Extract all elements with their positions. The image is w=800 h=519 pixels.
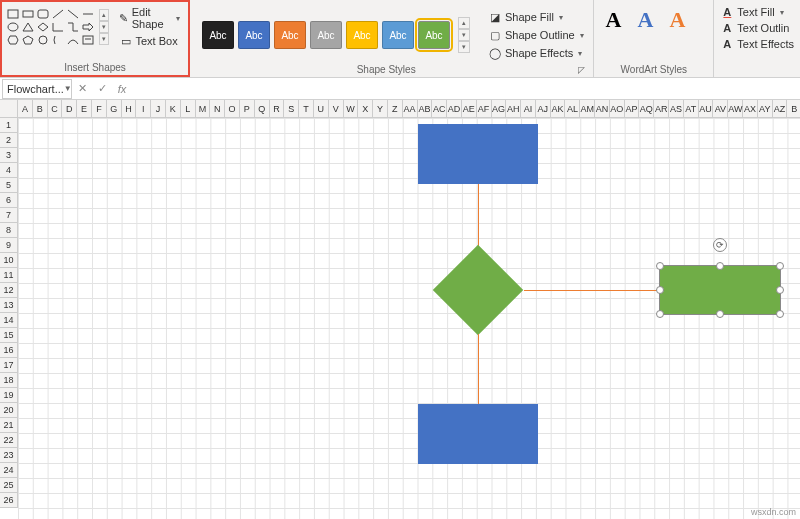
flowchart-decision[interactable] [433,245,524,336]
shape-fill-button[interactable]: ◪Shape Fill [484,8,588,26]
gallery-up-icon[interactable]: ▴ [99,9,109,21]
col-header[interactable]: G [107,100,122,118]
row-header[interactable]: 18 [0,373,18,388]
col-header[interactable]: AW [728,100,743,118]
row-header[interactable]: 22 [0,433,18,448]
col-header[interactable]: C [48,100,63,118]
col-header[interactable]: AF [477,100,492,118]
row-header[interactable]: 19 [0,388,18,403]
col-header[interactable]: AE [462,100,477,118]
style-gallery-scroll[interactable]: ▴ ▾ ▾ [458,17,470,53]
col-header[interactable]: D [62,100,77,118]
shape-curve-icon[interactable] [66,34,80,46]
row-header[interactable]: 16 [0,343,18,358]
col-header[interactable]: AO [610,100,625,118]
shape-pent-icon[interactable] [21,34,35,46]
col-header[interactable]: AU [699,100,714,118]
shape-oval-icon[interactable] [6,21,20,33]
connector-2[interactable] [478,334,479,404]
row-header[interactable]: 15 [0,328,18,343]
gallery-scroll[interactable]: ▴ ▾ ▾ [99,9,109,45]
col-header[interactable]: AM [580,100,595,118]
select-all-corner[interactable] [0,100,18,118]
flowchart-process-top[interactable] [418,124,538,184]
resize-handle-ne[interactable] [776,262,784,270]
text-box-button[interactable]: ▭Text Box [115,32,185,50]
edit-shape-button[interactable]: ✎Edit Shape [115,4,185,32]
col-header[interactable]: M [196,100,211,118]
col-header[interactable]: L [181,100,196,118]
flowchart-process-right[interactable]: ⟳ [660,266,780,314]
shape-diamond-icon[interactable] [36,21,50,33]
shape-hex-icon[interactable] [6,34,20,46]
row-header[interactable]: 24 [0,463,18,478]
col-header[interactable]: B [787,100,800,118]
col-header[interactable]: E [77,100,92,118]
rotate-handle[interactable]: ⟳ [713,238,727,252]
row-header[interactable]: 12 [0,283,18,298]
row-header[interactable]: 13 [0,298,18,313]
shape-line2-icon[interactable] [66,8,80,20]
shape-gallery[interactable] [6,8,95,46]
formula-input[interactable] [132,83,800,95]
row-header[interactable]: 1 [0,118,18,133]
row-header[interactable]: 20 [0,403,18,418]
text-outline-button[interactable]: AText Outlin [718,20,796,36]
row-header[interactable]: 25 [0,478,18,493]
shape-star-icon[interactable] [36,34,50,46]
col-header[interactable]: AY [758,100,773,118]
flowchart-process-bottom[interactable] [418,404,538,464]
col-header[interactable]: AJ [536,100,551,118]
row-header[interactable]: 21 [0,418,18,433]
col-header[interactable]: AZ [773,100,788,118]
enter-formula-button[interactable]: ✓ [92,82,112,95]
style-swatch-4[interactable]: Abc [346,21,378,49]
gallery-more-icon[interactable]: ▾ [99,33,109,45]
row-header[interactable]: 26 [0,493,18,508]
row-header[interactable]: 6 [0,193,18,208]
wordart-a1[interactable]: A [598,6,628,34]
resize-handle-w[interactable] [656,286,664,294]
shape-triangle-icon[interactable] [21,21,35,33]
col-header[interactable]: F [92,100,107,118]
col-header[interactable]: I [136,100,151,118]
style-more-icon[interactable]: ▾ [458,41,470,53]
col-header[interactable]: AK [551,100,566,118]
style-down-icon[interactable]: ▾ [458,29,470,41]
style-swatch-3[interactable]: Abc [310,21,342,49]
wordart-gallery[interactable]: A A A [598,6,692,34]
col-header[interactable]: AQ [639,100,654,118]
col-header[interactable]: H [122,100,137,118]
row-header[interactable]: 8 [0,223,18,238]
wordart-a2[interactable]: A [630,6,660,34]
col-header[interactable]: R [270,100,285,118]
row-header[interactable]: 17 [0,358,18,373]
row-header[interactable]: 14 [0,313,18,328]
row-header[interactable]: 2 [0,133,18,148]
shape-roundrect-icon[interactable] [36,8,50,20]
text-effects-button[interactable]: AText Effects [718,36,796,52]
resize-handle-n[interactable] [716,262,724,270]
col-header[interactable]: B [33,100,48,118]
col-header[interactable]: AD [447,100,462,118]
col-header[interactable]: O [225,100,240,118]
col-header[interactable]: V [329,100,344,118]
col-header[interactable]: T [299,100,314,118]
shape-brace-icon[interactable] [51,34,65,46]
gallery-down-icon[interactable]: ▾ [99,21,109,33]
shape-rect2-icon[interactable] [21,8,35,20]
style-swatch-1[interactable]: Abc [238,21,270,49]
col-header[interactable]: W [344,100,359,118]
wordart-a3[interactable]: A [662,6,692,34]
col-header[interactable]: AP [625,100,640,118]
col-header[interactable]: AC [432,100,447,118]
style-swatch-6[interactable]: Abc [418,21,450,49]
col-header[interactable]: P [240,100,255,118]
col-header[interactable]: A [18,100,33,118]
resize-handle-se[interactable] [776,310,784,318]
col-header[interactable]: AV [713,100,728,118]
row-header[interactable]: 3 [0,148,18,163]
col-header[interactable]: AL [565,100,580,118]
cancel-formula-button[interactable]: ✕ [72,82,92,95]
text-fill-button[interactable]: AText Fill [718,4,796,20]
